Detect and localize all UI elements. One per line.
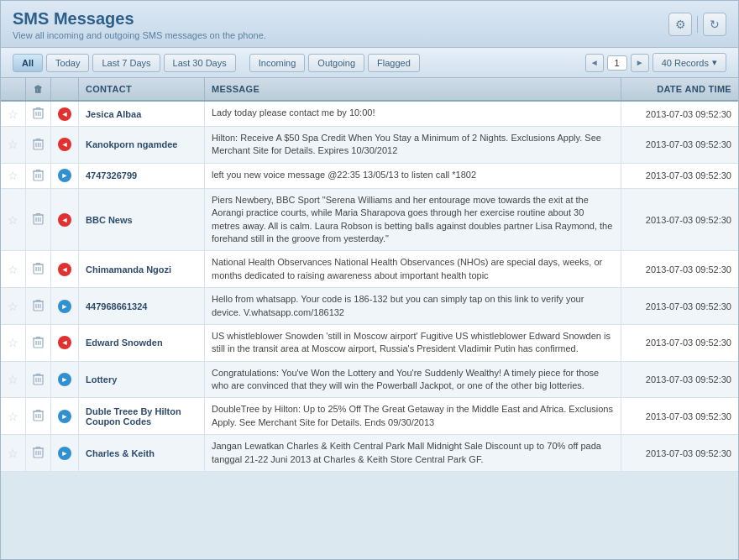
col-star <box>1 78 26 101</box>
header-divider <box>697 16 698 33</box>
col-message: MESSAGE <box>205 78 621 101</box>
delete-cell <box>26 361 51 398</box>
col-contact: CONTACT <box>79 78 205 101</box>
direction-icon: ◄ <box>58 107 71 121</box>
delete-icon[interactable] <box>33 373 44 385</box>
star-cell: ☆ <box>1 361 26 398</box>
messages-table: 🗑 CONTACT MESSAGE DATE AND TIME ☆ ◄ <box>1 78 738 472</box>
table-container: 🗑 CONTACT MESSAGE DATE AND TIME ☆ ◄ <box>1 78 738 472</box>
delete-cell <box>26 251 51 288</box>
star-icon[interactable]: ☆ <box>8 410 18 423</box>
direction-cell: ◄ <box>51 127 79 164</box>
col-direction <box>51 78 79 101</box>
contact-cell: Lottery <box>79 361 205 398</box>
delete-cell <box>26 101 51 127</box>
direction-icon: ► <box>58 300 71 313</box>
page-title: SMS Messages <box>13 9 266 29</box>
message-cell: left you new voice message @22:35 13/05/… <box>205 163 621 188</box>
date-cell: 2013-07-03 09:52:30 <box>621 251 738 288</box>
filter-last7days[interactable]: Last 7 Days <box>92 54 160 72</box>
refresh-button[interactable]: ↻ <box>703 13 726 36</box>
settings-button[interactable]: ⚙ <box>668 13 692 36</box>
date-cell: 2013-07-03 09:52:30 <box>621 188 738 251</box>
table-row: ☆ ► Duble Treee By Hilton Coupon Codes D… <box>1 398 738 435</box>
contact-cell: Charles & Keith <box>79 435 205 472</box>
contact-cell: Chimamanda Ngozi <box>79 251 205 288</box>
filter-outgoing[interactable]: Outgoing <box>308 54 364 72</box>
direction-cell: ► <box>51 361 79 398</box>
delete-icon[interactable] <box>33 212 44 225</box>
records-dropdown[interactable]: 40 Records ▾ <box>653 53 726 72</box>
direction-icon: ► <box>58 373 71 386</box>
direction-icon: ► <box>58 410 71 423</box>
direction-cell: ► <box>51 435 79 472</box>
delete-cell <box>26 398 51 435</box>
delete-icon[interactable] <box>33 299 44 311</box>
filter-all[interactable]: All <box>13 54 43 72</box>
star-cell: ☆ <box>1 398 26 435</box>
table-row: ☆ ► Charles & Keith Jangan Lewatkan Char… <box>1 435 738 472</box>
prev-page-button[interactable]: ◄ <box>585 54 604 72</box>
filter-flagged[interactable]: Flagged <box>368 54 420 72</box>
contact-cell: Kanokporn ngamdee <box>79 127 205 164</box>
records-count: 40 Records <box>662 58 709 68</box>
filter-last30days[interactable]: Last 30 Days <box>164 54 236 72</box>
star-icon[interactable]: ☆ <box>8 169 18 182</box>
delete-cell <box>26 127 51 164</box>
message-cell: Piers Newbery, BBC Sport "Serena William… <box>205 188 621 251</box>
delete-cell <box>26 324 51 361</box>
delete-header-icon: 🗑 <box>34 84 43 94</box>
delete-icon[interactable] <box>33 107 44 119</box>
delete-icon[interactable] <box>33 446 44 458</box>
contact-cell: Duble Treee By Hilton Coupon Codes <box>79 398 205 435</box>
direction-cell: ► <box>51 163 79 188</box>
direction-cell: ► <box>51 398 79 435</box>
star-cell: ☆ <box>1 101 26 127</box>
toolbar: All Today Last 7 Days Last 30 Days Incom… <box>1 48 738 78</box>
direction-icon: ◄ <box>58 138 71 151</box>
delete-icon[interactable] <box>33 409 44 421</box>
filter-today[interactable]: Today <box>46 54 89 72</box>
filter-buttons: All Today Last 7 Days Last 30 Days Incom… <box>13 54 420 72</box>
header-left: SMS Messages View all incoming and outgo… <box>13 9 266 40</box>
next-page-button[interactable]: ► <box>631 54 649 72</box>
star-cell: ☆ <box>1 324 26 361</box>
pagination: ◄ 1 ► 40 Records ▾ <box>585 53 726 72</box>
delete-icon[interactable] <box>33 169 44 181</box>
date-cell: 2013-07-03 09:52:30 <box>621 288 738 325</box>
direction-cell: ◄ <box>51 324 79 361</box>
table-body: ☆ ◄ Jesica Albaa Lady today please conta… <box>1 101 738 472</box>
page-subtitle: View all incoming and outgoing SMS messa… <box>13 30 266 40</box>
date-cell: 2013-07-03 09:52:30 <box>621 398 738 435</box>
star-icon[interactable]: ☆ <box>8 107 18 121</box>
table-row: ☆ ◄ Jesica Albaa Lady today please conta… <box>1 101 738 127</box>
star-cell: ☆ <box>1 163 26 188</box>
delete-cell <box>26 435 51 472</box>
star-icon[interactable]: ☆ <box>8 336 18 349</box>
star-cell: ☆ <box>1 251 26 288</box>
message-cell: Hello from whatsapp. Your code is 186-13… <box>205 288 621 325</box>
table-row: ☆ ► 447968661324 Hello from whatsapp. Yo… <box>1 288 738 325</box>
direction-icon: ◄ <box>58 213 71 227</box>
date-cell: 2013-07-03 09:52:30 <box>621 101 738 127</box>
table-row: ☆ ◄ BBC News Piers Newbery, BBC Sport "S… <box>1 188 738 251</box>
delete-cell <box>26 188 51 251</box>
star-icon[interactable]: ☆ <box>8 300 18 313</box>
star-icon[interactable]: ☆ <box>8 138 18 151</box>
star-icon[interactable]: ☆ <box>8 213 18 227</box>
header: SMS Messages View all incoming and outgo… <box>1 1 738 48</box>
contact-cell: 447968661324 <box>79 288 205 325</box>
delete-icon[interactable] <box>33 262 44 275</box>
table-row: ☆ ◄ Chimamanda Ngozi National Health Obs… <box>1 251 738 288</box>
star-icon[interactable]: ☆ <box>8 447 18 460</box>
dropdown-arrow-icon: ▾ <box>712 57 717 68</box>
date-cell: 2013-07-03 09:52:30 <box>621 361 738 398</box>
star-icon[interactable]: ☆ <box>8 263 18 276</box>
star-cell: ☆ <box>1 188 26 251</box>
delete-icon[interactable] <box>33 138 44 150</box>
delete-icon[interactable] <box>33 336 44 348</box>
date-cell: 2013-07-03 09:52:30 <box>621 324 738 361</box>
filter-incoming[interactable]: Incoming <box>249 54 306 72</box>
message-cell: National Health Observances National Hea… <box>205 251 621 288</box>
star-icon[interactable]: ☆ <box>8 373 18 386</box>
